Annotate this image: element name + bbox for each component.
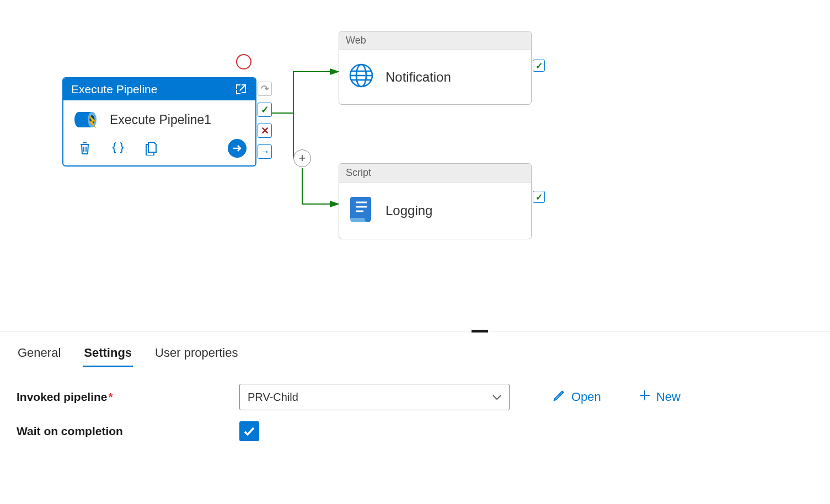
activity-type-label: Execute Pipeline — [71, 83, 157, 96]
new-pipeline-button[interactable]: New — [639, 389, 681, 405]
activity-name-label: Execute Pipeline1 — [110, 112, 211, 127]
pipeline-canvas[interactable]: Execute Pipeline Execute Pipeline1 — [0, 0, 830, 331]
port-failure[interactable]: ✕ — [258, 124, 272, 138]
tab-user-properties[interactable]: User properties — [154, 342, 239, 367]
pencil-icon — [553, 389, 566, 405]
plus-icon — [639, 389, 651, 405]
copy-page-icon[interactable] — [143, 140, 159, 157]
new-label: New — [656, 390, 681, 404]
activity-type-label: Web — [339, 31, 531, 50]
open-label: Open — [571, 390, 601, 404]
activity-name-label: Logging — [385, 203, 432, 218]
status-success-badge: ✓ — [533, 60, 545, 72]
trash-icon[interactable] — [77, 140, 93, 157]
activity-body: Execute Pipeline1 — [63, 100, 255, 136]
web-icon — [348, 62, 374, 92]
activity-toolbar — [63, 136, 255, 165]
wait-on-completion-checkbox[interactable] — [239, 421, 259, 441]
panel-tabs: General Settings User properties — [17, 342, 813, 367]
required-star: * — [109, 390, 113, 403]
settings-panel: General Settings User properties Invoked… — [0, 331, 830, 463]
wait-on-completion-label: Wait on completion — [17, 425, 226, 438]
activity-body: Notification — [339, 50, 531, 104]
activity-type-label: Script — [339, 164, 531, 183]
open-in-new-icon[interactable] — [234, 83, 248, 96]
tab-general[interactable]: General — [17, 342, 62, 367]
open-pipeline-button[interactable]: Open — [553, 389, 601, 405]
curly-braces-icon[interactable] — [110, 140, 126, 157]
row-wait-on-completion: Wait on completion — [17, 421, 813, 441]
add-activity-node[interactable]: + — [293, 149, 311, 167]
resize-handle[interactable] — [472, 330, 488, 333]
execute-pipeline-icon — [73, 109, 100, 130]
select-value: PRV-Child — [248, 391, 298, 404]
invoked-pipeline-select[interactable]: PRV-Child — [239, 384, 510, 410]
status-success-badge: ✓ — [533, 191, 545, 203]
activity-web[interactable]: Web Notification — [339, 31, 532, 105]
invoked-pipeline-label: Invoked pipeline* — [17, 390, 226, 404]
script-icon — [348, 195, 374, 227]
label-text: Invoked pipeline — [17, 390, 108, 403]
breakpoint-indicator[interactable] — [236, 54, 251, 69]
activity-name-label: Notification — [385, 69, 451, 85]
chevron-down-icon — [492, 392, 501, 403]
activity-script[interactable]: Script Logging — [339, 163, 532, 239]
arrow-right-circle-icon[interactable] — [228, 139, 247, 158]
output-ports: ↷ ✓ ✕ → — [258, 82, 272, 159]
activity-header: Execute Pipeline — [63, 78, 255, 100]
panel-divider — [0, 331, 830, 331]
activity-execute-pipeline[interactable]: Execute Pipeline Execute Pipeline1 — [62, 77, 256, 167]
port-success[interactable]: ✓ — [258, 103, 272, 117]
tab-settings[interactable]: Settings — [83, 342, 133, 367]
activity-body: Logging — [339, 183, 531, 239]
port-skip[interactable]: ↷ — [258, 82, 272, 96]
row-invoked-pipeline: Invoked pipeline* PRV-Child Open New — [17, 384, 813, 410]
port-completion[interactable]: → — [258, 144, 272, 159]
